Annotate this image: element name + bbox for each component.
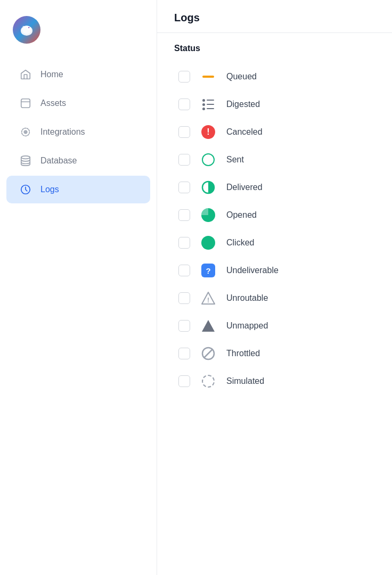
undeliverable-label: Undeliverable <box>226 266 279 275</box>
status-item-opened[interactable]: Opened <box>174 202 375 228</box>
canceled-checkbox[interactable] <box>178 126 190 138</box>
app-logo[interactable] <box>13 16 40 44</box>
digested-label: Digested <box>226 100 260 109</box>
status-item-digested[interactable]: Digested <box>174 92 375 117</box>
sidebar: Home Assets <box>0 0 157 575</box>
status-item-simulated[interactable]: Simulated <box>174 368 375 394</box>
unmapped-label: Unmapped <box>226 321 268 331</box>
status-list: Queued Digested ! <box>174 64 375 394</box>
dash-icon <box>201 69 216 84</box>
svg-point-3 <box>28 27 29 28</box>
sidebar-item-integrations-label: Integrations <box>40 127 85 137</box>
list-icon <box>201 97 216 112</box>
question-icon: ? <box>201 263 216 278</box>
status-section-label: Status <box>174 44 375 53</box>
svg-point-2 <box>27 26 30 30</box>
throttled-checkbox[interactable] <box>178 348 190 359</box>
status-item-queued[interactable]: Queued <box>174 64 375 89</box>
unmapped-checkbox[interactable] <box>178 320 190 332</box>
status-item-undeliverable[interactable]: ? Undeliverable <box>174 258 375 283</box>
sent-checkbox[interactable] <box>178 154 190 166</box>
sidebar-item-database-label: Database <box>40 156 77 166</box>
status-item-unroutable[interactable]: ! Unroutable <box>174 285 375 311</box>
status-item-delivered[interactable]: Delivered <box>174 175 375 200</box>
simulated-label: Simulated <box>226 376 264 386</box>
status-item-throttled[interactable]: Throttled <box>174 341 375 366</box>
half-circle-icon <box>201 180 216 195</box>
clicked-checkbox[interactable] <box>178 237 190 249</box>
delivered-label: Delivered <box>226 183 263 192</box>
filled-circle-icon <box>201 235 216 250</box>
database-icon <box>19 154 32 167</box>
svg-line-15 <box>205 350 213 358</box>
queued-label: Queued <box>226 72 257 81</box>
sidebar-item-home-label: Home <box>40 70 63 79</box>
warning-icon: ! <box>201 291 216 306</box>
canceled-label: Canceled <box>226 127 263 137</box>
simulated-checkbox[interactable] <box>178 375 190 387</box>
sidebar-item-home[interactable]: Home <box>6 61 150 88</box>
circle-outline-icon <box>201 152 216 167</box>
sidebar-item-logs[interactable]: Logs <box>6 176 150 203</box>
sidebar-item-database[interactable]: Database <box>6 147 150 175</box>
delivered-checkbox[interactable] <box>178 182 190 193</box>
sidebar-item-assets-label: Assets <box>40 98 66 108</box>
status-item-unmapped[interactable]: Unmapped <box>174 313 375 339</box>
svg-text:!: ! <box>207 297 209 304</box>
clicked-label: Clicked <box>226 238 254 248</box>
svg-marker-13 <box>202 320 215 332</box>
sidebar-nav: Home Assets <box>0 61 157 203</box>
unroutable-checkbox[interactable] <box>178 292 190 304</box>
unroutable-label: Unroutable <box>226 293 268 303</box>
status-item-canceled[interactable]: ! Canceled <box>174 119 375 145</box>
dashed-circle-icon <box>201 374 216 389</box>
opened-label: Opened <box>226 210 257 220</box>
sidebar-item-assets[interactable]: Assets <box>6 89 150 117</box>
error-icon: ! <box>201 125 216 139</box>
assets-icon <box>19 97 32 110</box>
digested-checkbox[interactable] <box>178 98 190 110</box>
page-title: Logs <box>174 12 375 24</box>
sent-label: Sent <box>226 155 244 165</box>
blocked-icon <box>201 346 216 361</box>
logs-icon <box>19 183 32 196</box>
home-icon <box>19 68 32 81</box>
opened-checkbox[interactable] <box>178 209 190 221</box>
logo-icon <box>18 21 36 39</box>
triangle-icon <box>201 318 216 333</box>
sidebar-item-integrations[interactable]: Integrations <box>6 118 150 146</box>
queued-checkbox[interactable] <box>178 71 190 83</box>
status-item-clicked[interactable]: Clicked <box>174 230 375 256</box>
pie-icon <box>201 208 216 223</box>
logo-area <box>0 11 157 60</box>
main-content: Logs Status Queued <box>157 0 392 575</box>
page-header: Logs <box>157 0 392 33</box>
integrations-icon <box>19 126 32 138</box>
throttled-label: Throttled <box>226 349 260 358</box>
undeliverable-checkbox[interactable] <box>178 265 190 276</box>
filter-section: Status Queued D <box>157 33 392 405</box>
status-item-sent[interactable]: Sent <box>174 147 375 172</box>
sidebar-item-logs-label: Logs <box>40 185 59 194</box>
svg-point-7 <box>21 156 30 159</box>
svg-point-6 <box>25 132 26 133</box>
